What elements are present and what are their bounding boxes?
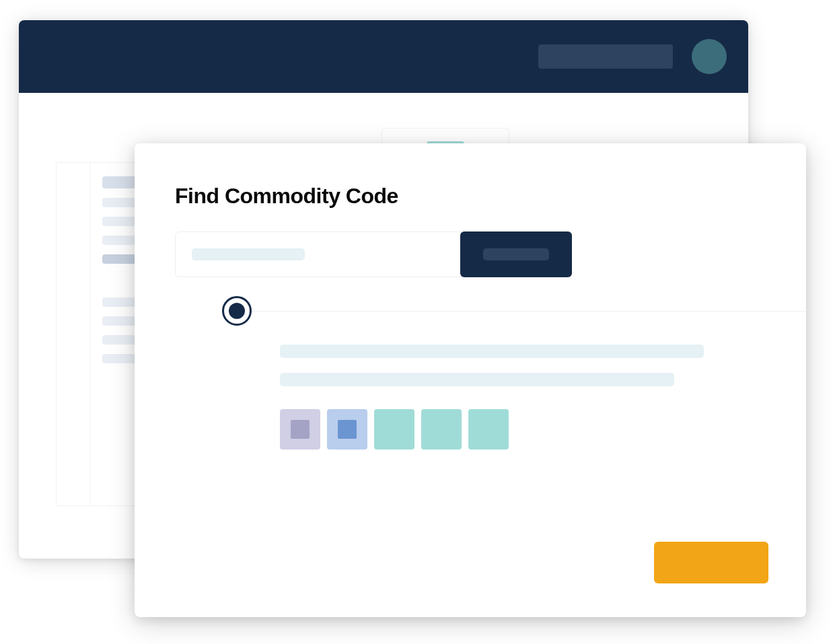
code-chip[interactable] — [327, 409, 367, 450]
sidebar-item[interactable] — [102, 254, 136, 264]
sidebar-item[interactable] — [102, 198, 136, 207]
chips-row — [280, 409, 766, 450]
primary-action-button[interactable] — [654, 542, 768, 583]
search-input-placeholder — [192, 248, 305, 260]
code-chip[interactable] — [421, 409, 462, 450]
result-text-line — [280, 345, 704, 358]
search-input[interactable] — [175, 231, 463, 277]
find-commodity-modal: Find Commodity Code — [135, 143, 806, 617]
search-button[interactable] — [460, 231, 572, 277]
sidebar-item[interactable] — [102, 217, 136, 226]
result-content — [238, 311, 766, 450]
divider — [249, 311, 806, 312]
topbar-search-placeholder[interactable] — [538, 44, 673, 69]
sidebar-item[interactable] — [102, 354, 136, 363]
code-chip[interactable] — [280, 409, 320, 450]
result-section — [175, 311, 766, 450]
search-button-label-placeholder — [483, 248, 549, 260]
code-chip[interactable] — [374, 409, 414, 450]
code-chip[interactable] — [468, 409, 509, 450]
sidebar-item[interactable] — [102, 335, 136, 345]
topbar — [19, 20, 748, 93]
modal-title: Find Commodity Code — [175, 184, 766, 209]
result-text-line — [280, 373, 674, 386]
left-gutter — [57, 163, 90, 505]
avatar[interactable] — [692, 39, 727, 74]
sidebar-item[interactable] — [102, 297, 136, 307]
search-row — [175, 231, 766, 277]
radio-selected-icon[interactable] — [222, 296, 252, 326]
